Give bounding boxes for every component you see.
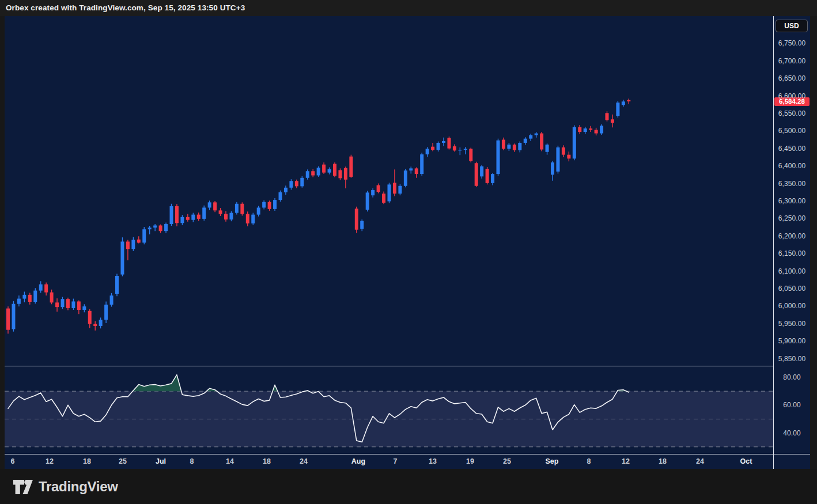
- candle-body: [562, 147, 565, 155]
- price-axis-label: 6,500.00: [774, 127, 810, 135]
- candle-body: [229, 213, 233, 220]
- candle-body: [131, 240, 135, 249]
- time-axis-day-label: 8: [579, 454, 599, 469]
- time-axis-day-label: 13: [423, 454, 442, 469]
- candle-body: [77, 301, 81, 310]
- price-pane[interactable]: [5, 16, 773, 366]
- candle-body: [284, 188, 288, 192]
- candle-body: [622, 101, 625, 105]
- candle-body: [600, 126, 603, 133]
- price-axis-label: 5,900.00: [774, 337, 810, 345]
- candle-body: [513, 145, 516, 150]
- candle-body: [126, 241, 130, 249]
- candle-body: [71, 301, 75, 308]
- candle-body: [437, 143, 440, 150]
- tradingview-logo[interactable]: TradingView: [13, 479, 118, 495]
- candle-body: [317, 168, 320, 175]
- candle-body: [606, 113, 609, 120]
- candle-body: [393, 183, 396, 194]
- candle-body: [589, 128, 592, 130]
- candlestick-chart[interactable]: [5, 16, 773, 366]
- candle-body: [377, 185, 380, 192]
- tradingview-wordmark: TradingView: [39, 479, 118, 495]
- candle-body: [235, 204, 239, 213]
- price-axis-label: 5,950.00: [774, 320, 810, 328]
- price-axis-label: 6,200.00: [774, 232, 810, 240]
- candle-body: [349, 157, 353, 177]
- candle-body: [55, 302, 59, 307]
- candle-body: [371, 190, 375, 195]
- time-axis-day-label: 12: [616, 454, 636, 469]
- currency-button[interactable]: USD: [776, 20, 808, 32]
- price-axis-label: 6,600.00: [774, 92, 810, 100]
- time-axis-day-label: 18: [257, 454, 277, 469]
- price-axis-label: 6,400.00: [774, 162, 810, 170]
- candle-body: [191, 215, 195, 220]
- candle-body: [551, 162, 554, 175]
- candle-body: [431, 147, 434, 150]
- price-axis-label: 6,150.00: [774, 249, 810, 257]
- attribution-text: Orbex created with TradingView.com, Sep …: [6, 3, 245, 12]
- candle-body: [257, 207, 260, 214]
- candle-body: [535, 134, 538, 135]
- price-axis-label: 6,350.00: [774, 180, 810, 188]
- time-axis-month-label: Jul: [151, 454, 171, 469]
- candle-body: [524, 139, 527, 143]
- price-axis-label: 6,050.00: [774, 285, 810, 293]
- candle-body: [148, 228, 152, 229]
- price-axis-label: 6,100.00: [774, 267, 810, 275]
- candle-body: [409, 168, 413, 170]
- candle-body: [82, 306, 86, 310]
- candle-body: [180, 217, 184, 223]
- candle-body: [475, 163, 478, 186]
- time-axis-day-label: 12: [40, 454, 59, 469]
- price-axis-label: 6,000.00: [774, 302, 810, 310]
- time-axis-month-label: Aug: [349, 454, 368, 469]
- candle-body: [268, 202, 271, 209]
- price-axis-label: 6,750.00: [774, 39, 810, 47]
- candle-body: [616, 103, 619, 116]
- tradingview-chart-screenshot: Orbex created with TradingView.com, Sep …: [0, 0, 817, 504]
- candle-body: [6, 309, 10, 330]
- time-axis-day-label: 24: [294, 454, 313, 469]
- candle-body: [61, 299, 65, 307]
- time-axis-day-label: 25: [497, 454, 517, 469]
- candle-body: [175, 206, 179, 223]
- candle-body: [328, 169, 331, 173]
- candle-body: [197, 215, 201, 219]
- price-axis[interactable]: USD 6,584.28 6,750.006,700.006,650.006,6…: [773, 16, 810, 469]
- time-axis-day-label: 19: [460, 454, 480, 469]
- candle-body: [22, 295, 26, 299]
- candle-body: [595, 130, 598, 133]
- candle-body: [170, 206, 173, 224]
- candle-body: [333, 164, 336, 176]
- candle-body: [110, 295, 114, 305]
- candle-body: [578, 127, 581, 132]
- rsi-indicator-chart[interactable]: [5, 366, 773, 454]
- candle-body: [33, 291, 37, 302]
- time-axis-day-label: 25: [113, 454, 133, 469]
- candle-body: [355, 209, 358, 229]
- rsi-pane[interactable]: [5, 366, 773, 454]
- candle-body: [120, 241, 124, 274]
- time-axis-month-label: Sep: [542, 454, 562, 469]
- candle-body: [518, 143, 521, 150]
- price-axis-label: 6,550.00: [774, 109, 810, 118]
- candle-body: [382, 194, 385, 203]
- price-axis-label: 6,450.00: [774, 145, 810, 153]
- price-axis-label: 6,650.00: [774, 74, 810, 82]
- candle-body: [420, 154, 423, 174]
- rsi-overbought-fill: [133, 375, 181, 392]
- candle-body: [186, 217, 190, 220]
- time-axis-day-label: 7: [385, 454, 405, 469]
- time-axis-day-label: 14: [220, 454, 240, 469]
- candle-body: [388, 184, 391, 201]
- candle-body: [584, 128, 587, 132]
- candle-body: [415, 168, 418, 174]
- candle-body: [12, 304, 15, 329]
- time-axis[interactable]: 6121825Jul8141824Aug7131925Sep8121824Oct: [5, 454, 773, 469]
- candle-body: [240, 204, 244, 214]
- candle-body: [627, 100, 630, 101]
- candle-body: [366, 192, 369, 210]
- candle-body: [338, 170, 342, 178]
